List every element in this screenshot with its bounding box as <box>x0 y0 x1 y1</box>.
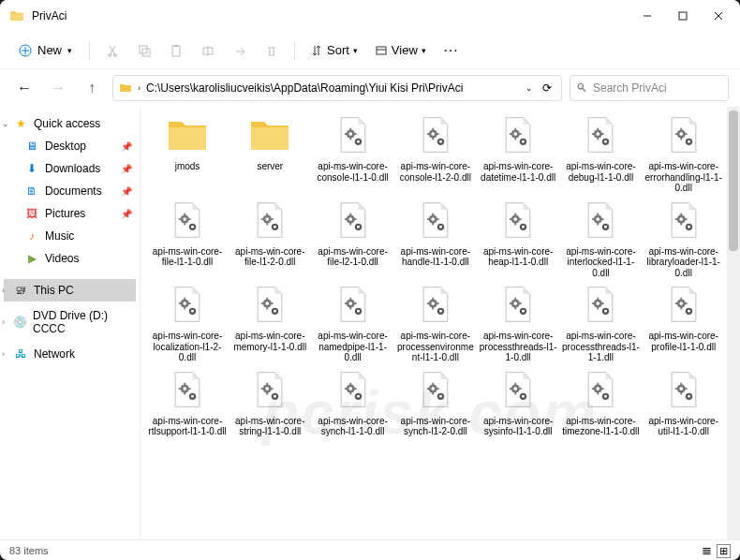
icons-view-button[interactable]: ⊞ <box>717 544 731 558</box>
rename-button[interactable] <box>195 37 221 64</box>
svg-point-20 <box>348 132 352 136</box>
file-item[interactable]: api-ms-win-core-errorhandling-l1-1-0.dll <box>644 112 723 194</box>
sort-icon <box>310 44 323 57</box>
sidebar-network[interactable]: ›🖧Network <box>4 343 136 365</box>
dll-file-icon <box>247 198 292 243</box>
file-name: api-ms-win-core-namedpipe-l1-1-0.dll <box>314 331 392 363</box>
svg-rect-69 <box>267 213 269 215</box>
svg-point-138 <box>357 310 360 313</box>
folder-icon <box>119 81 132 95</box>
file-item[interactable]: api-ms-win-core-file-l1-2-0.dll <box>230 198 309 279</box>
delete-button[interactable] <box>259 37 285 64</box>
sidebar: ⌄★Quick access 🖥Desktop📌 ⬇Downloads📌 🗎Do… <box>0 107 141 539</box>
svg-point-26 <box>357 140 360 143</box>
sidebar-documents[interactable]: 🗎Documents📌 <box>4 180 136 202</box>
svg-rect-184 <box>271 388 274 390</box>
dll-file-icon <box>247 282 292 327</box>
up-button[interactable]: ↑ <box>79 75 105 101</box>
dll-file-icon <box>165 367 210 412</box>
file-item[interactable]: api-ms-win-core-libraryloader-l1-1-0.dll <box>644 198 723 279</box>
file-item[interactable]: api-ms-win-core-console-l1-1-0.dll <box>314 112 392 194</box>
refresh-button[interactable]: ⟳ <box>542 81 552 95</box>
file-item[interactable]: api-ms-win-core-file-l2-1-0.dll <box>314 198 392 279</box>
folder-item[interactable]: jmods <box>148 112 227 194</box>
file-item[interactable]: api-ms-win-core-timezone-l1-1-0.dll <box>561 367 640 437</box>
file-item[interactable]: api-ms-win-core-file-l1-1-0.dll <box>148 198 227 279</box>
sidebar-dvd-drive[interactable]: ›💿DVD Drive (D:) CCCC <box>4 311 136 333</box>
svg-rect-192 <box>353 388 356 390</box>
sidebar-this-pc[interactable]: ›🖳This PC <box>4 279 136 302</box>
file-item[interactable]: api-ms-win-core-util-l1-1-0.dll <box>644 367 723 437</box>
dll-file-icon <box>165 198 210 243</box>
file-item[interactable]: api-ms-win-core-localization-l1-2-0.dll <box>148 282 227 363</box>
file-item[interactable]: api-ms-win-core-interlocked-l1-1-0.dll <box>561 198 640 279</box>
sidebar-desktop[interactable]: 🖥Desktop📌 <box>4 135 136 157</box>
close-button[interactable] <box>701 0 736 32</box>
file-name: api-ms-win-core-synch-l1-2-0.dll <box>396 416 475 437</box>
more-button[interactable]: ⋯ <box>437 37 464 64</box>
svg-rect-167 <box>675 302 678 304</box>
svg-rect-166 <box>680 307 682 310</box>
svg-rect-70 <box>267 222 269 225</box>
svg-point-108 <box>679 217 683 221</box>
svg-rect-149 <box>514 298 516 301</box>
sidebar-music[interactable]: ♪Music <box>4 225 136 247</box>
scrollbar[interactable] <box>727 107 740 539</box>
file-item[interactable]: api-ms-win-core-console-l1-2-0.dll <box>396 112 475 194</box>
file-item[interactable]: api-ms-win-core-processenvironment-l1-1-… <box>396 282 475 363</box>
cut-button[interactable] <box>99 37 126 64</box>
svg-rect-22 <box>349 138 351 140</box>
svg-rect-165 <box>680 298 682 301</box>
sidebar-downloads[interactable]: ⬇Downloads📌 <box>4 157 136 180</box>
svg-rect-37 <box>514 128 516 131</box>
dll-file-icon <box>661 198 706 243</box>
forward-button[interactable]: → <box>45 75 71 101</box>
back-button[interactable]: ← <box>11 75 37 101</box>
file-item[interactable]: api-ms-win-core-processthreads-l1-1-0.dl… <box>479 282 557 363</box>
sidebar-pictures[interactable]: 🖼Pictures📌 <box>4 202 136 225</box>
svg-point-60 <box>183 217 186 221</box>
new-button[interactable]: New ▾ <box>11 39 80 61</box>
file-item[interactable]: api-ms-win-core-heap-l1-1-0.dll <box>479 198 557 279</box>
file-item[interactable]: api-ms-win-core-datetime-l1-1-0.dll <box>479 112 557 194</box>
sidebar-quick-access[interactable]: ⌄★Quick access <box>4 112 136 135</box>
details-view-button[interactable]: ≣ <box>702 543 712 557</box>
share-button[interactable] <box>227 37 253 64</box>
svg-point-124 <box>266 302 270 305</box>
view-button[interactable]: View ▾ <box>369 39 432 61</box>
sort-label: Sort <box>327 43 349 57</box>
search-input[interactable]: 🔍︎ Search PrivAci <box>570 75 729 101</box>
svg-rect-1 <box>679 12 687 20</box>
svg-point-212 <box>597 387 600 391</box>
svg-rect-168 <box>685 302 688 304</box>
svg-rect-78 <box>349 222 351 225</box>
file-item[interactable]: api-ms-win-core-handle-l1-1-0.dll <box>396 198 475 279</box>
sidebar-videos[interactable]: ▶Videos <box>4 247 136 270</box>
file-item[interactable]: api-ms-win-core-memory-l1-1-0.dll <box>230 282 309 363</box>
address-bar[interactable]: › C:\Users\karolisliucveikis\AppData\Roa… <box>112 75 562 101</box>
file-item[interactable]: api-ms-win-core-string-l1-1-0.dll <box>230 367 309 437</box>
svg-point-178 <box>191 394 194 397</box>
folder-item[interactable]: server <box>230 112 309 194</box>
svg-rect-63 <box>179 218 182 220</box>
file-item[interactable]: api-ms-win-core-processthreads-l1-1-1.dl… <box>561 282 640 363</box>
dll-file-icon <box>496 282 540 327</box>
chevron-down-icon[interactable]: ⌄ <box>525 83 533 93</box>
paste-button[interactable] <box>163 37 189 64</box>
minimize-button[interactable] <box>629 0 665 32</box>
svg-rect-222 <box>680 391 682 394</box>
file-item[interactable]: api-ms-win-core-sysinfo-l1-1-0.dll <box>479 367 557 437</box>
svg-rect-173 <box>184 382 185 385</box>
scroll-thumb[interactable] <box>729 111 738 251</box>
maximize-button[interactable] <box>665 0 701 32</box>
file-item[interactable]: api-ms-win-core-profile-l1-1-0.dll <box>644 282 723 363</box>
file-item[interactable]: api-ms-win-core-debug-l1-1-0.dll <box>561 112 640 194</box>
sort-button[interactable]: Sort ▾ <box>304 39 363 61</box>
svg-point-202 <box>439 394 442 397</box>
copy-button[interactable] <box>131 37 157 64</box>
file-item[interactable]: api-ms-win-core-rtlsupport-l1-1-0.dll <box>148 367 227 437</box>
file-item[interactable]: api-ms-win-core-namedpipe-l1-1-0.dll <box>314 282 392 363</box>
content-area[interactable]: jmodsserverapi-ms-win-core-console-l1-1-… <box>141 107 740 539</box>
file-item[interactable]: api-ms-win-core-synch-l1-2-0.dll <box>396 367 475 437</box>
file-item[interactable]: api-ms-win-core-synch-l1-1-0.dll <box>314 367 392 437</box>
